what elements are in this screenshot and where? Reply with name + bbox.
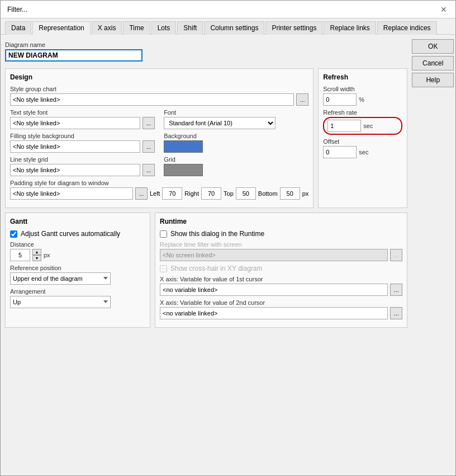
diagram-name-section: Diagram name [5, 39, 407, 64]
filling-row: ... [10, 140, 155, 153]
scroll-width-label: Scroll width [323, 86, 402, 92]
right-input[interactable] [201, 187, 221, 200]
line-style-input[interactable] [10, 164, 140, 176]
offset-label: Offset [323, 138, 402, 145]
dialog-title: Filter... [7, 6, 27, 13]
runtime-title: Runtime [160, 218, 402, 225]
xaxis-2nd-row: ... [160, 307, 402, 319]
tab-bar: Data Representation X axis Time Lots Shi… [1, 18, 455, 35]
scroll-width-row: % [323, 93, 402, 106]
text-style-label: Text style font [10, 109, 155, 116]
adjust-gantt-checkbox[interactable] [10, 230, 17, 238]
refresh-rate-row: sec [323, 117, 402, 135]
tab-replace-indices[interactable]: Replace indices [377, 21, 437, 35]
distance-row: ▲ ▼ px [10, 249, 145, 261]
runtime-panel: Runtime Show this dialog in the Runtime … [155, 213, 407, 328]
ok-button[interactable]: OK [412, 39, 454, 54]
tab-replace-links[interactable]: Replace links [324, 21, 376, 35]
px-unit: px [302, 190, 309, 197]
tab-time[interactable]: Time [123, 21, 150, 35]
tab-xaxis[interactable]: X axis [92, 21, 122, 35]
distance-spin-down[interactable]: ▼ [32, 255, 41, 261]
grid-color-box[interactable] [164, 164, 203, 176]
tab-representation[interactable]: Representation [32, 21, 90, 35]
close-button[interactable]: ✕ [439, 4, 449, 15]
arrangement-select[interactable]: Up Down Left Right [10, 296, 111, 308]
style-group-btn[interactable]: ... [296, 93, 308, 106]
filling-btn[interactable]: ... [142, 140, 155, 153]
show-dialog-checkbox[interactable] [160, 230, 167, 238]
xaxis-2nd-input[interactable] [160, 307, 388, 319]
side-buttons: OK Cancel Help [412, 39, 454, 471]
diagram-name-input[interactable] [5, 49, 142, 62]
xaxis-1st-btn[interactable]: ... [390, 284, 402, 296]
distance-input[interactable] [10, 249, 30, 261]
top-label: Top [224, 190, 234, 197]
filling-input[interactable] [10, 140, 140, 153]
diagram-name-label: Diagram name [5, 41, 407, 48]
adjust-checkbox-row: Adjust Gantt curves automatically [10, 230, 145, 238]
ref-position-section: Reference position Upper end of the diag… [10, 265, 145, 285]
text-style-input[interactable] [10, 117, 140, 129]
padding-style-input[interactable] [10, 187, 133, 200]
content-area: Diagram name Design Style group chart ..… [1, 35, 455, 475]
line-col: Line style grid ... [10, 156, 155, 180]
tab-lots[interactable]: Lots [151, 21, 177, 35]
no-screen-input [160, 249, 388, 261]
bottom-input[interactable] [280, 187, 300, 200]
tab-printer-settings[interactable]: Printer settings [265, 21, 322, 35]
offset-input[interactable] [323, 146, 357, 158]
tab-data[interactable]: Data [5, 21, 31, 35]
arrangement-section: Arrangement Up Down Left Right [10, 288, 145, 308]
gantt-title: Gantt [10, 218, 145, 225]
refresh-title: Refresh [323, 73, 402, 81]
text-font-row: Text style font ... Font Standard font (… [10, 109, 308, 133]
text-style-btn[interactable]: ... [142, 117, 155, 129]
no-screen-row: ... [160, 249, 402, 261]
filter-dialog: Filter... ✕ Data Representation X axis T… [0, 0, 456, 476]
left-label: Left [150, 190, 160, 197]
font-select[interactable]: Standard font (Arial 10) [164, 117, 276, 129]
arrangement-label: Arrangement [10, 288, 145, 295]
font-col: Font Standard font (Arial 10) [164, 109, 308, 133]
line-style-row: ... [10, 164, 155, 176]
cancel-button[interactable]: Cancel [412, 56, 454, 70]
bottom-panels-row: Gantt Adjust Gantt curves automatically … [5, 213, 407, 328]
refresh-rate-input[interactable] [327, 120, 361, 132]
offset-row: sec [323, 146, 402, 158]
padding-style-btn[interactable]: ... [135, 187, 148, 200]
padding-style-label: Padding style for diagram to window [10, 180, 308, 186]
filling-label: Filling style background [10, 133, 155, 139]
tab-shift[interactable]: Shift [177, 21, 203, 35]
line-style-btn[interactable]: ... [142, 164, 155, 176]
xaxis-2nd-label: X axis: Variable for value of 2nd cursor [160, 299, 402, 306]
style-group-input[interactable] [10, 93, 294, 106]
filling-background-row: Filling style background ... Background [10, 133, 308, 156]
no-screen-btn: ... [390, 249, 402, 261]
refresh-panel: Refresh Scroll width % Refresh rate sec [318, 68, 407, 208]
adjust-gantt-label: Adjust Gantt curves automatically [21, 230, 120, 238]
design-refresh-row: Design Style group chart ... Text style … [5, 68, 407, 208]
xaxis-1st-label: X axis: Variable for value of 1st cursor [160, 276, 402, 282]
text-style-row: ... [10, 117, 155, 129]
tab-column-settings[interactable]: Column settings [204, 21, 264, 35]
show-crosshair-label: Show cross-hair in XY diagram [170, 265, 263, 272]
padding-style-row: ... Left Right Top Bottom px [10, 187, 308, 200]
xaxis-2nd-btn[interactable]: ... [390, 307, 402, 319]
gantt-panel: Gantt Adjust Gantt curves automatically … [5, 213, 150, 328]
line-grid-row: Line style grid ... Grid [10, 156, 308, 180]
background-color-box[interactable] [164, 140, 203, 153]
scroll-width-input[interactable] [323, 93, 357, 106]
xaxis-1st-row: ... [160, 284, 402, 296]
offset-unit: sec [359, 149, 368, 155]
xaxis-1st-input[interactable] [160, 284, 388, 296]
show-dialog-row: Show this dialog in the Runtime [160, 230, 402, 238]
top-input[interactable] [236, 187, 256, 200]
distance-spin-up[interactable]: ▲ [32, 249, 41, 255]
show-dialog-label: Show this dialog in the Runtime [170, 230, 264, 238]
distance-spinner-btns: ▲ ▼ [32, 249, 41, 261]
left-input[interactable] [162, 187, 182, 200]
show-crosshair-checkbox [160, 265, 167, 272]
ref-position-select[interactable]: Upper end of the diagram Lower end of th… [10, 272, 111, 285]
help-button[interactable]: Help [412, 73, 454, 87]
